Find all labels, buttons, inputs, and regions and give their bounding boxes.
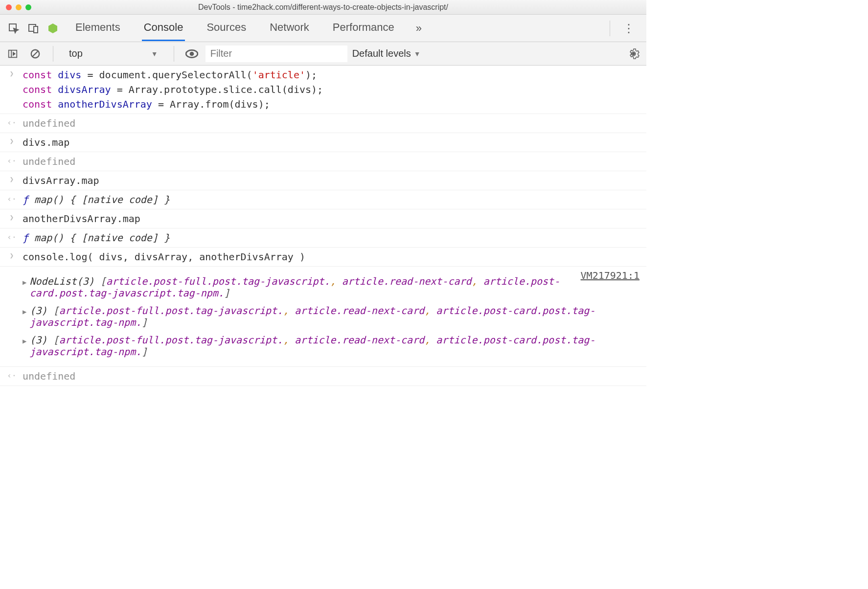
- inspect-element-icon[interactable]: [5, 20, 23, 37]
- output-caret-icon: ‹·: [7, 232, 16, 242]
- console-input-row[interactable]: ❯anotherDivsArray.map: [0, 209, 646, 228]
- window-title: DevTools - time2hack.com/different-ways-…: [0, 3, 646, 12]
- live-expression-icon[interactable]: [183, 45, 201, 63]
- console-settings-icon[interactable]: [625, 45, 642, 63]
- log-levels-label: Default levels: [352, 48, 411, 59]
- panel-tabs: Elements Console Sources Network Perform…: [73, 15, 604, 41]
- input-caret-icon: ❯: [10, 213, 14, 221]
- divider: [174, 46, 174, 62]
- source-link[interactable]: VM217921:1: [581, 270, 640, 281]
- output-caret-icon: ‹·: [7, 156, 16, 165]
- divider: [53, 46, 53, 62]
- devtools-menu-icon[interactable]: ⋮: [616, 22, 641, 35]
- input-caret-icon: ❯: [10, 251, 14, 259]
- filter-input[interactable]: [206, 45, 347, 62]
- dropdown-icon: ▼: [414, 50, 421, 58]
- svg-rect-2: [34, 26, 38, 33]
- console-input-row[interactable]: ❯divsArray.map: [0, 171, 646, 190]
- nodejs-icon[interactable]: [44, 20, 62, 37]
- console-output-row: ‹·ƒ map() { [native code] }: [0, 190, 646, 209]
- svg-line-8: [33, 51, 38, 56]
- clear-console-icon[interactable]: [26, 45, 44, 63]
- log-levels-selector[interactable]: Default levels ▼: [352, 48, 421, 59]
- console-output-row: ‹·undefined: [0, 367, 646, 386]
- console-output-row: ‹·ƒ map() { [native code] }: [0, 228, 646, 248]
- console-input-row[interactable]: ❯const divs = document.querySelectorAll(…: [0, 66, 646, 114]
- tab-performance[interactable]: Performance: [331, 15, 396, 41]
- svg-marker-3: [48, 23, 57, 33]
- svg-point-11: [632, 52, 635, 55]
- window-titlebar: DevTools - time2hack.com/different-ways-…: [0, 0, 646, 15]
- tab-elements[interactable]: Elements: [73, 15, 122, 41]
- svg-marker-6: [13, 52, 15, 55]
- console-output-row: ‹·undefined: [0, 152, 646, 171]
- log-object-preview[interactable]: ▶NodeList(3) [article.post-full.post.tag…: [23, 275, 640, 299]
- console-toolbar: top ▼ Default levels ▼: [0, 42, 646, 66]
- toggle-sidebar-icon[interactable]: [4, 45, 22, 63]
- input-caret-icon: ❯: [10, 137, 14, 145]
- divider: [610, 21, 610, 36]
- context-selector[interactable]: top ▼: [62, 48, 165, 59]
- console-input-row[interactable]: ❯console.log( divs, divsArray, anotherDi…: [0, 248, 646, 267]
- input-caret-icon: ❯: [10, 175, 14, 183]
- expand-icon[interactable]: ▶: [23, 308, 26, 316]
- devtools-tabbar: Elements Console Sources Network Perform…: [0, 15, 646, 42]
- expand-icon[interactable]: ▶: [23, 278, 26, 286]
- device-toolbar-icon[interactable]: [24, 20, 42, 37]
- output-caret-icon: ‹·: [7, 118, 16, 127]
- output-caret-icon: ‹·: [7, 194, 16, 204]
- log-object-preview[interactable]: ▶(3) [article.post-full.post.tag-javascr…: [23, 334, 640, 358]
- tab-console[interactable]: Console: [142, 15, 185, 41]
- console-log-block: VM217921:1▶NodeList(3) [article.post-ful…: [0, 267, 646, 367]
- svg-point-10: [189, 51, 194, 56]
- console-output[interactable]: ❯const divs = document.querySelectorAll(…: [0, 66, 646, 386]
- console-input-row[interactable]: ❯divs.map: [0, 133, 646, 152]
- tab-network[interactable]: Network: [268, 15, 311, 41]
- log-object-preview[interactable]: ▶(3) [article.post-full.post.tag-javascr…: [23, 305, 640, 328]
- expand-icon[interactable]: ▶: [23, 337, 26, 345]
- context-selector-value: top: [69, 48, 83, 59]
- dropdown-icon: ▼: [151, 50, 158, 58]
- console-output-row: ‹·undefined: [0, 114, 646, 133]
- tab-sources[interactable]: Sources: [205, 15, 248, 41]
- output-caret-icon: ‹·: [7, 371, 16, 380]
- input-caret-icon: ❯: [10, 69, 14, 77]
- tabs-overflow-button[interactable]: »: [416, 22, 422, 35]
